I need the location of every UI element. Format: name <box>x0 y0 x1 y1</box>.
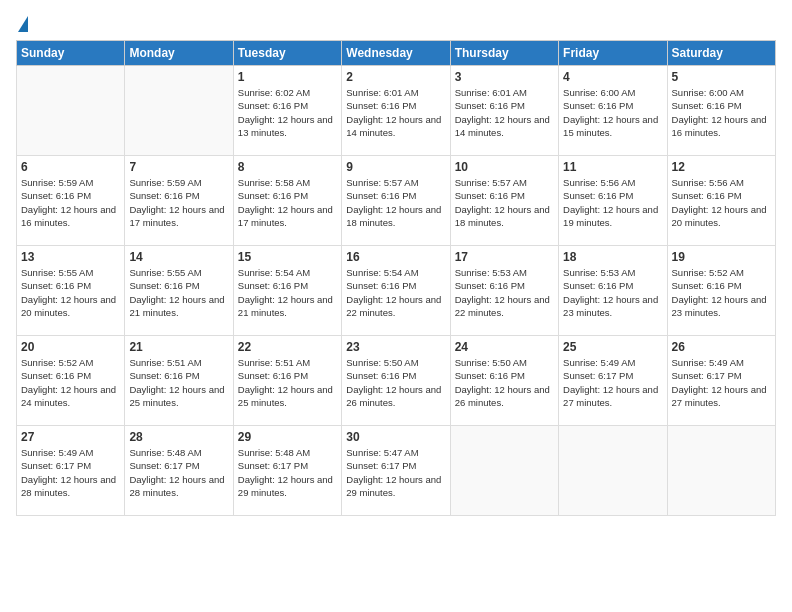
day-number: 16 <box>346 250 445 264</box>
day-header-tuesday: Tuesday <box>233 41 341 66</box>
day-header-wednesday: Wednesday <box>342 41 450 66</box>
day-info: Sunrise: 5:48 AM Sunset: 6:17 PM Dayligh… <box>129 446 228 499</box>
day-number: 9 <box>346 160 445 174</box>
calendar-cell: 25Sunrise: 5:49 AM Sunset: 6:17 PM Dayli… <box>559 336 667 426</box>
calendar-cell: 10Sunrise: 5:57 AM Sunset: 6:16 PM Dayli… <box>450 156 558 246</box>
day-number: 17 <box>455 250 554 264</box>
calendar-cell: 1Sunrise: 6:02 AM Sunset: 6:16 PM Daylig… <box>233 66 341 156</box>
week-row-1: 1Sunrise: 6:02 AM Sunset: 6:16 PM Daylig… <box>17 66 776 156</box>
calendar-cell: 17Sunrise: 5:53 AM Sunset: 6:16 PM Dayli… <box>450 246 558 336</box>
calendar-cell: 4Sunrise: 6:00 AM Sunset: 6:16 PM Daylig… <box>559 66 667 156</box>
calendar-cell: 27Sunrise: 5:49 AM Sunset: 6:17 PM Dayli… <box>17 426 125 516</box>
calendar-cell: 7Sunrise: 5:59 AM Sunset: 6:16 PM Daylig… <box>125 156 233 246</box>
calendar-cell: 23Sunrise: 5:50 AM Sunset: 6:16 PM Dayli… <box>342 336 450 426</box>
day-number: 1 <box>238 70 337 84</box>
calendar-cell: 8Sunrise: 5:58 AM Sunset: 6:16 PM Daylig… <box>233 156 341 246</box>
day-number: 26 <box>672 340 771 354</box>
day-info: Sunrise: 6:01 AM Sunset: 6:16 PM Dayligh… <box>455 86 554 139</box>
day-number: 21 <box>129 340 228 354</box>
calendar-cell <box>559 426 667 516</box>
calendar-cell: 14Sunrise: 5:55 AM Sunset: 6:16 PM Dayli… <box>125 246 233 336</box>
day-number: 8 <box>238 160 337 174</box>
day-number: 23 <box>346 340 445 354</box>
day-info: Sunrise: 5:56 AM Sunset: 6:16 PM Dayligh… <box>563 176 662 229</box>
day-info: Sunrise: 5:53 AM Sunset: 6:16 PM Dayligh… <box>455 266 554 319</box>
day-header-thursday: Thursday <box>450 41 558 66</box>
calendar-cell: 29Sunrise: 5:48 AM Sunset: 6:17 PM Dayli… <box>233 426 341 516</box>
day-info: Sunrise: 5:54 AM Sunset: 6:16 PM Dayligh… <box>346 266 445 319</box>
day-info: Sunrise: 5:50 AM Sunset: 6:16 PM Dayligh… <box>346 356 445 409</box>
day-info: Sunrise: 6:02 AM Sunset: 6:16 PM Dayligh… <box>238 86 337 139</box>
day-info: Sunrise: 6:00 AM Sunset: 6:16 PM Dayligh… <box>672 86 771 139</box>
day-number: 28 <box>129 430 228 444</box>
day-number: 15 <box>238 250 337 264</box>
day-number: 18 <box>563 250 662 264</box>
logo <box>16 16 28 32</box>
week-row-2: 6Sunrise: 5:59 AM Sunset: 6:16 PM Daylig… <box>17 156 776 246</box>
day-info: Sunrise: 6:01 AM Sunset: 6:16 PM Dayligh… <box>346 86 445 139</box>
day-number: 7 <box>129 160 228 174</box>
day-number: 10 <box>455 160 554 174</box>
calendar-cell <box>125 66 233 156</box>
calendar-cell: 20Sunrise: 5:52 AM Sunset: 6:16 PM Dayli… <box>17 336 125 426</box>
day-info: Sunrise: 5:48 AM Sunset: 6:17 PM Dayligh… <box>238 446 337 499</box>
day-info: Sunrise: 5:59 AM Sunset: 6:16 PM Dayligh… <box>129 176 228 229</box>
days-header: SundayMondayTuesdayWednesdayThursdayFrid… <box>17 41 776 66</box>
day-header-monday: Monday <box>125 41 233 66</box>
day-info: Sunrise: 5:53 AM Sunset: 6:16 PM Dayligh… <box>563 266 662 319</box>
calendar-cell <box>17 66 125 156</box>
day-number: 5 <box>672 70 771 84</box>
day-info: Sunrise: 5:49 AM Sunset: 6:17 PM Dayligh… <box>563 356 662 409</box>
day-number: 13 <box>21 250 120 264</box>
calendar-cell: 11Sunrise: 5:56 AM Sunset: 6:16 PM Dayli… <box>559 156 667 246</box>
calendar-cell: 3Sunrise: 6:01 AM Sunset: 6:16 PM Daylig… <box>450 66 558 156</box>
day-number: 3 <box>455 70 554 84</box>
day-number: 30 <box>346 430 445 444</box>
day-number: 14 <box>129 250 228 264</box>
day-number: 6 <box>21 160 120 174</box>
day-number: 19 <box>672 250 771 264</box>
calendar-cell: 9Sunrise: 5:57 AM Sunset: 6:16 PM Daylig… <box>342 156 450 246</box>
day-number: 20 <box>21 340 120 354</box>
day-info: Sunrise: 5:52 AM Sunset: 6:16 PM Dayligh… <box>21 356 120 409</box>
day-info: Sunrise: 5:57 AM Sunset: 6:16 PM Dayligh… <box>455 176 554 229</box>
calendar-cell: 21Sunrise: 5:51 AM Sunset: 6:16 PM Dayli… <box>125 336 233 426</box>
calendar-cell: 15Sunrise: 5:54 AM Sunset: 6:16 PM Dayli… <box>233 246 341 336</box>
calendar-cell: 28Sunrise: 5:48 AM Sunset: 6:17 PM Dayli… <box>125 426 233 516</box>
day-info: Sunrise: 5:49 AM Sunset: 6:17 PM Dayligh… <box>672 356 771 409</box>
day-info: Sunrise: 6:00 AM Sunset: 6:16 PM Dayligh… <box>563 86 662 139</box>
day-info: Sunrise: 5:51 AM Sunset: 6:16 PM Dayligh… <box>238 356 337 409</box>
day-number: 11 <box>563 160 662 174</box>
calendar-cell: 12Sunrise: 5:56 AM Sunset: 6:16 PM Dayli… <box>667 156 775 246</box>
day-info: Sunrise: 5:54 AM Sunset: 6:16 PM Dayligh… <box>238 266 337 319</box>
day-header-sunday: Sunday <box>17 41 125 66</box>
day-info: Sunrise: 5:57 AM Sunset: 6:16 PM Dayligh… <box>346 176 445 229</box>
week-row-5: 27Sunrise: 5:49 AM Sunset: 6:17 PM Dayli… <box>17 426 776 516</box>
calendar-cell: 26Sunrise: 5:49 AM Sunset: 6:17 PM Dayli… <box>667 336 775 426</box>
day-number: 29 <box>238 430 337 444</box>
day-info: Sunrise: 5:50 AM Sunset: 6:16 PM Dayligh… <box>455 356 554 409</box>
week-row-4: 20Sunrise: 5:52 AM Sunset: 6:16 PM Dayli… <box>17 336 776 426</box>
day-info: Sunrise: 5:49 AM Sunset: 6:17 PM Dayligh… <box>21 446 120 499</box>
day-number: 27 <box>21 430 120 444</box>
day-header-friday: Friday <box>559 41 667 66</box>
calendar-cell: 18Sunrise: 5:53 AM Sunset: 6:16 PM Dayli… <box>559 246 667 336</box>
logo-triangle-icon <box>18 16 28 32</box>
day-info: Sunrise: 5:47 AM Sunset: 6:17 PM Dayligh… <box>346 446 445 499</box>
day-number: 4 <box>563 70 662 84</box>
calendar-cell: 5Sunrise: 6:00 AM Sunset: 6:16 PM Daylig… <box>667 66 775 156</box>
calendar-cell: 13Sunrise: 5:55 AM Sunset: 6:16 PM Dayli… <box>17 246 125 336</box>
week-row-3: 13Sunrise: 5:55 AM Sunset: 6:16 PM Dayli… <box>17 246 776 336</box>
day-info: Sunrise: 5:55 AM Sunset: 6:16 PM Dayligh… <box>21 266 120 319</box>
day-info: Sunrise: 5:59 AM Sunset: 6:16 PM Dayligh… <box>21 176 120 229</box>
day-info: Sunrise: 5:52 AM Sunset: 6:16 PM Dayligh… <box>672 266 771 319</box>
day-number: 2 <box>346 70 445 84</box>
day-number: 24 <box>455 340 554 354</box>
day-number: 22 <box>238 340 337 354</box>
calendar-cell: 22Sunrise: 5:51 AM Sunset: 6:16 PM Dayli… <box>233 336 341 426</box>
day-header-saturday: Saturday <box>667 41 775 66</box>
day-info: Sunrise: 5:58 AM Sunset: 6:16 PM Dayligh… <box>238 176 337 229</box>
calendar-cell: 6Sunrise: 5:59 AM Sunset: 6:16 PM Daylig… <box>17 156 125 246</box>
calendar-cell <box>450 426 558 516</box>
day-info: Sunrise: 5:55 AM Sunset: 6:16 PM Dayligh… <box>129 266 228 319</box>
